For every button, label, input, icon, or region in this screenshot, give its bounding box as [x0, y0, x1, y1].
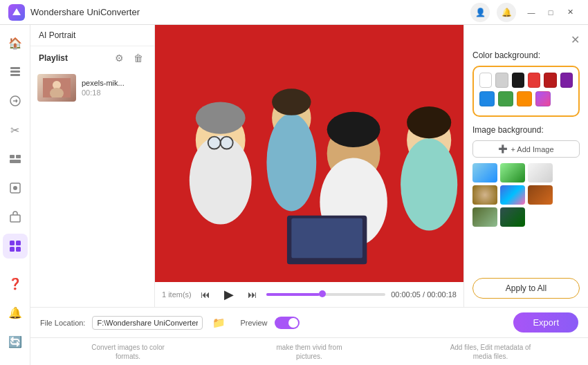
titlebar-right-icons: 👤 🔔 [470, 3, 516, 22]
bg-thumb-7[interactable] [472, 207, 497, 227]
item-count: 1 item(s) [162, 290, 192, 299]
svg-point-8 [13, 186, 17, 190]
sidebar-item-home[interactable]: 🏠 [3, 30, 28, 55]
bg-thumb-8[interactable] [500, 207, 525, 227]
file-location-label: File Location: [40, 319, 85, 327]
color-swatch-white[interactable] [479, 73, 492, 88]
sidebar-item-merge[interactable] [3, 147, 28, 171]
sidebar-item-convert[interactable] [3, 88, 28, 113]
svg-point-31 [407, 106, 451, 138]
playlist-actions: ⚙ 🗑 [111, 50, 146, 66]
svg-rect-11 [16, 241, 21, 245]
color-row-1 [479, 73, 573, 88]
minimize-button[interactable]: — [522, 4, 541, 21]
svg-rect-27 [291, 218, 362, 259]
svg-rect-9 [10, 215, 20, 222]
sidebar-item-notifications[interactable]: 🔔 [3, 300, 28, 325]
color-swatch-blue[interactable] [479, 91, 495, 106]
add-image-icon: ➕ [498, 144, 508, 153]
color-swatch-purple[interactable] [560, 73, 573, 88]
svg-rect-10 [10, 241, 15, 245]
notification-icon[interactable]: 🔔 [497, 3, 516, 22]
color-swatch-darkred[interactable] [544, 73, 556, 88]
color-swatch-black[interactable] [512, 73, 524, 88]
playlist-item-info: pexels-mik... 00:18 [82, 79, 147, 97]
svg-rect-6 [10, 160, 21, 163]
bg-thumb-4[interactable] [472, 185, 497, 205]
preview-label: Preview [240, 319, 267, 327]
bg-thumb-1[interactable] [472, 163, 497, 182]
panel-close-button[interactable]: ✕ [571, 33, 580, 46]
bg-thumb-2[interactable] [500, 163, 525, 182]
footer-item-2: make them vivid from pictures. [268, 343, 351, 361]
svg-point-30 [327, 112, 380, 147]
playlist-item[interactable]: pexels-mik... 00:18 [30, 70, 154, 106]
maximize-button[interactable]: □ [541, 4, 560, 21]
color-swatch-green[interactable] [498, 91, 513, 106]
svg-rect-5 [16, 155, 21, 158]
playlist-item-name: pexels-mik... [82, 79, 147, 87]
color-row-2 [479, 91, 573, 106]
sidebar-item-edit[interactable]: ✂ [3, 118, 28, 142]
sidebar-item-toolbox[interactable] [3, 205, 28, 230]
svg-point-33 [221, 137, 233, 149]
sidebar-item-help[interactable]: ❓ [3, 271, 28, 296]
titlebar: Wondershare UniConverter 👤 🔔 — □ ✕ [0, 0, 588, 25]
add-image-button[interactable]: ➕ + Add Image [472, 140, 580, 158]
color-swatch-orange[interactable] [517, 91, 532, 106]
file-path-input[interactable] [92, 316, 203, 330]
bg-thumb-3[interactable] [528, 163, 553, 182]
svg-point-32 [208, 137, 221, 149]
app-body: 🏠 ✂ ❓ 🔔 🔄 AI P [0, 25, 588, 365]
time-total: 00:00:18 [427, 290, 457, 299]
video-container [155, 25, 463, 282]
window-close-button[interactable]: ✕ [560, 4, 580, 21]
preview-toggle[interactable] [275, 317, 300, 329]
sidebar-item-refresh[interactable]: 🔄 [3, 329, 28, 354]
ai-portrait-header: AI Portrait [30, 25, 154, 46]
bg-thumb-5[interactable] [500, 185, 525, 205]
svg-point-28 [196, 102, 246, 134]
progress-thumb [319, 290, 326, 297]
playlist-thumbnail [37, 74, 76, 102]
apply-to-all-button[interactable]: Apply to All [472, 278, 580, 299]
sidebar-item-compress[interactable] [3, 176, 28, 200]
image-background-label: Image background: [472, 125, 580, 135]
time-current: 00:00:05 [391, 290, 421, 299]
color-swatch-gradient[interactable] [535, 91, 551, 106]
content-area: AI Portrait Playlist ⚙ 🗑 [30, 25, 588, 307]
browse-folder-button[interactable]: 📁 [210, 314, 228, 332]
play-button[interactable]: ▶ [219, 285, 239, 304]
video-controls-bar: 1 item(s) ⏮ ▶ ⏭ 00:00:05 / 00:00:18 [155, 282, 463, 307]
bg-thumb-6[interactable] [528, 185, 553, 205]
export-button[interactable]: Export [513, 312, 578, 333]
main-content: AI Portrait Playlist ⚙ 🗑 [30, 25, 588, 365]
video-frame [155, 25, 463, 282]
toggle-knob [288, 318, 298, 328]
footer-strip: Convert images to color formats. make th… [30, 337, 588, 365]
playlist-settings-button[interactable]: ⚙ [111, 50, 127, 66]
svg-rect-1 [10, 71, 20, 73]
color-swatch-red[interactable] [528, 73, 540, 88]
svg-rect-13 [16, 247, 21, 252]
color-background-label: Color background: [472, 50, 580, 60]
sidebar-item-ai-tools[interactable] [3, 234, 28, 259]
account-icon[interactable]: 👤 [470, 3, 490, 22]
prev-button[interactable]: ⏮ [197, 286, 214, 303]
time-separator: / [421, 290, 427, 299]
svg-point-19 [190, 135, 252, 224]
playlist-thumb-image [37, 74, 76, 102]
next-button[interactable]: ⏭ [244, 286, 261, 303]
video-area: 1 item(s) ⏮ ▶ ⏭ 00:00:05 / 00:00:18 [155, 25, 463, 307]
playlist-delete-button[interactable]: 🗑 [131, 50, 146, 66]
left-panel: AI Portrait Playlist ⚙ 🗑 [30, 25, 155, 307]
sidebar-item-download[interactable] [3, 59, 28, 84]
footer-item-3: Add files, Edit metadata of media files. [449, 343, 532, 361]
color-swatch-lightgray[interactable] [495, 73, 508, 88]
app-title: Wondershare UniConverter [30, 7, 470, 17]
color-grid-box [472, 66, 580, 117]
playlist-header: Playlist ⚙ 🗑 [30, 46, 154, 70]
svg-rect-0 [10, 67, 20, 69]
progress-bar[interactable] [266, 292, 385, 297]
playlist-item-duration: 00:18 [82, 88, 147, 97]
